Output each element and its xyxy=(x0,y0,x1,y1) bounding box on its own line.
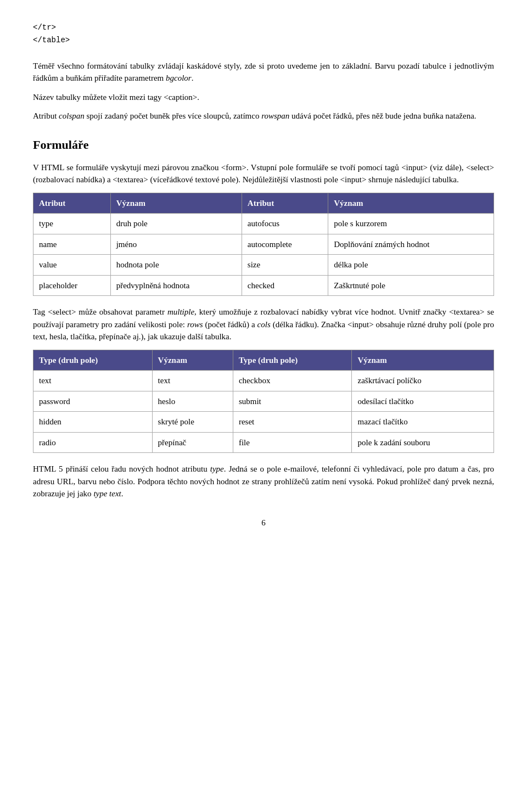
table-row: placeholderpředvyplněná hodnotacheckedZa… xyxy=(33,275,494,296)
bgcolor-text: bgcolor xyxy=(166,74,192,82)
table1-cell-1-1: jméno xyxy=(110,234,242,255)
paragraph-5-rows-desc: (počet řádků) a xyxy=(203,320,257,329)
paragraph-5-start: Tag <select> může obsahovat parametr xyxy=(33,307,167,316)
paragraph-4: V HTML se formuláře vyskytují mezi párov… xyxy=(33,161,494,186)
table1-header-4: Význam xyxy=(328,193,494,214)
code-line-1: </tr> xyxy=(33,22,494,33)
paragraph-2: Název tabulky můžete vložit mezi tagy <c… xyxy=(33,91,494,104)
table1-cell-3-3: Zaškrtnuté pole xyxy=(328,275,494,296)
type-text: type xyxy=(210,464,224,473)
table-row: texttextcheckboxzaškrtávací políčko xyxy=(33,371,494,391)
paragraph-1: Téměř všechno formátování tabulky zvláda… xyxy=(33,60,494,85)
code-block: </tr> </table> xyxy=(33,22,494,46)
table2-cell-3-2: file xyxy=(233,432,352,453)
table2-header-4: Význam xyxy=(352,350,494,371)
table-row: typedruh poleautofocuspole s kurzorem xyxy=(33,214,494,234)
paragraph-6-start: HTML 5 přináší celou řadu nových hodnot … xyxy=(33,464,210,473)
table1-header-2: Význam xyxy=(110,193,242,214)
table2-cell-2-2: reset xyxy=(233,412,352,433)
table1-header-1: Atribut xyxy=(33,193,111,214)
table2-cell-2-0: hidden xyxy=(33,412,153,433)
paragraph-3-end: udává počet řádků, přes něž bude jedna b… xyxy=(289,111,476,120)
table2-cell-3-0: radio xyxy=(33,432,153,453)
table1-cell-3-0: placeholder xyxy=(33,275,111,296)
paragraph-3: Atribut colspan spojí zadaný počet buněk… xyxy=(33,110,494,122)
table2-cell-0-2: checkbox xyxy=(233,371,352,391)
table2-cell-2-1: skryté pole xyxy=(152,412,233,433)
rows-text: rows xyxy=(187,320,203,329)
table1-cell-2-2: size xyxy=(242,255,328,276)
table1-cell-0-2: autofocus xyxy=(242,214,328,234)
table2-cell-0-0: text xyxy=(33,371,153,391)
paragraph-6-end: . xyxy=(121,489,124,498)
code-line-2: </table> xyxy=(33,35,494,46)
table1-header-row: Atribut Význam Atribut Význam xyxy=(33,193,494,214)
table1-cell-0-0: type xyxy=(33,214,111,234)
table1-cell-3-1: předvyplněná hodnota xyxy=(110,275,242,296)
table2-header-2: Význam xyxy=(152,350,233,371)
cols-text: cols xyxy=(257,320,271,329)
table2-header-3: Type (druh pole) xyxy=(233,350,352,371)
multiple-text: multiple xyxy=(167,307,194,316)
paragraph-2-text: Název tabulky můžete vložit mezi tagy <c… xyxy=(33,93,199,102)
table2-header-1: Type (druh pole) xyxy=(33,350,153,371)
paragraph-6: HTML 5 přináší celou řadu nových hodnot … xyxy=(33,463,494,500)
type-values-table: Type (druh pole) Význam Type (druh pole)… xyxy=(33,350,494,453)
table1-cell-1-3: Doplňování známých hodnot xyxy=(328,234,494,255)
table2-cell-1-2: submit xyxy=(233,391,352,412)
table2-header-row: Type (druh pole) Význam Type (druh pole)… xyxy=(33,350,494,371)
table2-cell-0-1: text xyxy=(152,371,233,391)
table-row: hiddenskryté poleresetmazací tlačítko xyxy=(33,412,494,433)
table1-cell-2-1: hodnota pole xyxy=(110,255,242,276)
page-number: 6 xyxy=(33,517,494,529)
paragraph-3-start: Atribut xyxy=(33,111,59,120)
table-row: passwordheslosubmitodesílací tlačítko xyxy=(33,391,494,412)
paragraph-5: Tag <select> může obsahovat parametr mul… xyxy=(33,306,494,343)
paragraph-1-end: . xyxy=(192,74,194,82)
table2-cell-2-3: mazací tlačítko xyxy=(352,412,494,433)
table1-cell-1-2: autocomplete xyxy=(242,234,328,255)
table1-cell-3-2: checked xyxy=(242,275,328,296)
colspan-text: colspan xyxy=(59,111,85,120)
paragraph-3-mid: spojí zadaný počet buněk přes více sloup… xyxy=(85,111,261,120)
table2-cell-1-0: password xyxy=(33,391,153,412)
table-row: namejménoautocompleteDoplňování známých … xyxy=(33,234,494,255)
table2-cell-0-3: zaškrtávací políčko xyxy=(352,371,494,391)
type-text-text: type text xyxy=(93,489,121,498)
table2-cell-1-1: heslo xyxy=(152,391,233,412)
table1-cell-2-0: value xyxy=(33,255,111,276)
table1-cell-2-3: délka pole xyxy=(328,255,494,276)
input-attributes-table: Atribut Význam Atribut Význam typedruh p… xyxy=(33,193,494,296)
table1-cell-0-3: pole s kurzorem xyxy=(328,214,494,234)
table1-cell-1-0: name xyxy=(33,234,111,255)
table2-cell-3-1: přepínač xyxy=(152,432,233,453)
forms-heading: Formuláře xyxy=(33,136,494,154)
paragraph-1-text: Téměř všechno formátování tabulky zvláda… xyxy=(33,61,494,83)
table2-cell-1-3: odesílací tlačítko xyxy=(352,391,494,412)
paragraph-4-text: V HTML se formuláře vyskytují mezi párov… xyxy=(33,163,494,184)
table1-header-3: Atribut xyxy=(242,193,328,214)
table2-cell-3-3: pole k zadání souboru xyxy=(352,432,494,453)
table-row: valuehodnota polesizedélka pole xyxy=(33,255,494,276)
table-row: radiopřepínačfilepole k zadání souboru xyxy=(33,432,494,453)
rowspan-text: rowspan xyxy=(261,111,289,120)
table1-cell-0-1: druh pole xyxy=(110,214,242,234)
